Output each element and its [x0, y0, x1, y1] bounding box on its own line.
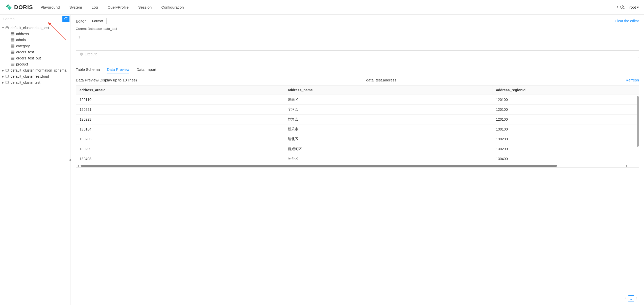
preview-table-ref: data_test.address — [366, 78, 396, 82]
horizontal-scrollbar[interactable]: ◀ ▶ — [76, 164, 639, 167]
tab-data-preview[interactable]: Data Preview — [107, 65, 129, 74]
table-cell: 130184 — [76, 124, 284, 134]
table-label: orders_test_out — [16, 56, 41, 60]
table-label: address — [16, 32, 29, 36]
divider — [76, 62, 639, 62]
caret-down-icon: ▼ — [1, 27, 5, 29]
page-next-icon[interactable]: 〉 — [636, 296, 639, 301]
svg-rect-21 — [11, 63, 14, 66]
table-cell: 宁河县 — [284, 105, 492, 115]
line-number: 1 — [76, 35, 80, 39]
table-cell: 130200 — [492, 144, 639, 154]
database-icon — [5, 75, 9, 78]
top-nav: Playground System Log QueryProfile Sessi… — [41, 5, 184, 9]
table-cell: 130209 — [76, 144, 284, 154]
db-node-test[interactable]: ▶ default_cluster:test — [1, 79, 69, 85]
db-label: default_cluster:restcloud — [11, 74, 49, 78]
table-icon — [11, 44, 15, 48]
current-database: Current Database: data_test — [76, 27, 639, 31]
refresh-tree-button[interactable] — [62, 16, 69, 22]
data-preview-table: address_areaId address_name address_regi… — [76, 85, 639, 168]
caret-right-icon: ▶ — [1, 75, 5, 78]
svg-point-26 — [6, 75, 8, 76]
table-node-admin[interactable]: admin — [11, 37, 69, 43]
svg-point-27 — [6, 81, 8, 82]
svg-point-25 — [6, 69, 8, 70]
col-address-regionid: address_regionId — [492, 85, 639, 95]
nav-playground[interactable]: Playground — [41, 5, 60, 9]
sidebar: ▼ default_cluster:data_test address admi… — [0, 15, 71, 305]
caret-down-icon: ▾ — [637, 5, 639, 10]
vertical-scrollbar[interactable] — [637, 96, 639, 147]
search-input[interactable] — [1, 16, 62, 22]
table-node-orders-test[interactable]: orders_test — [11, 49, 69, 55]
lang-switch[interactable]: 中文 — [617, 5, 625, 10]
table-row: 120223静海县120100 — [76, 115, 639, 124]
table-node-address[interactable]: address — [11, 31, 69, 37]
table-node-category[interactable]: category — [11, 43, 69, 49]
svg-point-0 — [6, 27, 8, 27]
table-row: 130403丛台区130400 — [76, 154, 639, 164]
result-tabs: Table Schema Data Preview Data Import — [76, 65, 639, 74]
user-name: root — [629, 5, 636, 9]
scrollbar-thumb[interactable] — [81, 165, 557, 167]
db-label: default_cluster:data_test — [11, 26, 49, 30]
svg-rect-17 — [11, 57, 14, 59]
preview-title: Data Preview(Display up to 10 lines) — [76, 78, 137, 82]
tab-data-import[interactable]: Data Import — [136, 65, 156, 74]
table-row: 130184新乐市130100 — [76, 124, 639, 134]
svg-rect-9 — [11, 45, 14, 47]
scroll-right-icon: ▶ — [626, 164, 628, 167]
nav-configuration[interactable]: Configuration — [161, 5, 184, 9]
nav-session[interactable]: Session — [138, 5, 152, 9]
database-icon — [5, 81, 9, 84]
table-row: 130203路北区130200 — [76, 134, 639, 144]
doris-logo-icon — [5, 4, 12, 11]
page-prev-icon[interactable]: 〈 — [623, 296, 627, 301]
table-icon — [11, 62, 15, 66]
nav-log[interactable]: Log — [92, 5, 98, 9]
table-icon — [11, 38, 15, 42]
page-number[interactable]: 1 — [628, 295, 634, 301]
table-label: admin — [16, 38, 26, 42]
table-icon — [11, 56, 15, 60]
clear-editor-link[interactable]: Clear the editor — [615, 19, 639, 23]
table-cell: 丛台区 — [284, 154, 492, 164]
db-node-restcloud[interactable]: ▶ default_cluster:restcloud — [1, 73, 69, 79]
col-address-name: address_name — [284, 85, 492, 95]
sql-editor[interactable]: 1 — [76, 35, 639, 43]
logo: DORIS — [5, 4, 33, 11]
db-tree: ▼ default_cluster:data_test address admi… — [0, 23, 70, 87]
table-node-product[interactable]: product — [11, 61, 69, 67]
svg-rect-1 — [11, 33, 14, 35]
table-label: orders_test — [16, 50, 34, 54]
tab-table-schema[interactable]: Table Schema — [76, 65, 100, 74]
table-cell: 130400 — [492, 154, 639, 164]
format-button[interactable]: Format — [89, 18, 106, 24]
table-cell: 120100 — [492, 105, 639, 115]
table-cell: 120221 — [76, 105, 284, 115]
database-icon — [5, 26, 9, 30]
table-node-orders-test-out[interactable]: orders_test_out — [11, 55, 69, 61]
table-row: 120110东丽区120100 — [76, 95, 639, 105]
database-icon — [5, 69, 9, 72]
db-node-information-schema[interactable]: ▶ default_cluster:information_schema — [1, 67, 69, 73]
caret-right-icon: ▶ — [1, 69, 5, 72]
svg-rect-5 — [11, 39, 14, 41]
db-node-data-test[interactable]: ▼ default_cluster:data_test — [1, 25, 69, 31]
table-cell: 120110 — [76, 95, 284, 105]
play-icon — [80, 52, 83, 56]
user-dropdown[interactable]: root ▾ — [629, 5, 639, 10]
refresh-preview-link[interactable]: Refresh — [626, 78, 639, 82]
header-right: 中文 root ▾ — [617, 5, 639, 10]
execute-button[interactable]: Execute — [76, 50, 639, 58]
editor-label: Editor — [76, 19, 86, 23]
table-label: product — [16, 62, 28, 66]
table-cell: 东丽区 — [284, 95, 492, 105]
table-cell: 130203 — [76, 134, 284, 144]
db-label: default_cluster:information_schema — [11, 68, 66, 72]
nav-queryprofile[interactable]: QueryProfile — [108, 5, 129, 9]
table-row: 130209曹妃甸区130200 — [76, 144, 639, 154]
nav-system[interactable]: System — [69, 5, 82, 9]
table-cell: 新乐市 — [284, 124, 492, 134]
